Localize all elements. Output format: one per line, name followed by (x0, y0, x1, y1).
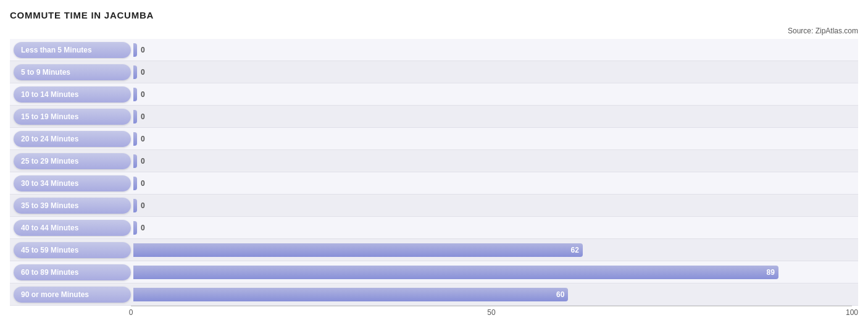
bar-fill: 62 (133, 243, 583, 257)
bar-fill: 60 (133, 288, 568, 301)
bar-label: 15 to 19 Minutes (14, 109, 131, 125)
bar-fill: 89 (133, 266, 778, 279)
bar-value-zero: 0 (141, 201, 145, 210)
bar-area: 0 (131, 39, 858, 61)
bar-fill (133, 154, 137, 168)
bar-row: 60 to 89 Minutes89 (10, 261, 858, 283)
bar-label: 60 to 89 Minutes (14, 264, 131, 280)
bar-fill (133, 110, 137, 124)
bar-row: 40 to 44 Minutes0 (10, 217, 858, 239)
bar-value-zero: 0 (141, 90, 145, 99)
bar-value-zero: 0 (141, 46, 145, 54)
bar-value-zero: 0 (141, 224, 145, 232)
bar-row: 15 to 19 Minutes0 (10, 106, 858, 128)
x-axis-tick: 100 (846, 308, 858, 317)
source-label: Source: ZipAtlas.com (10, 27, 858, 35)
bar-value: 62 (571, 246, 579, 254)
bar-label: 90 or more Minutes (14, 287, 131, 303)
bar-label: 35 to 39 Minutes (14, 198, 131, 214)
bar-fill (133, 132, 137, 146)
bar-value-zero: 0 (141, 157, 145, 166)
bar-area: 0 (131, 128, 858, 149)
bar-label: 5 to 9 Minutes (14, 64, 131, 80)
chart-container: Less than 5 Minutes05 to 9 Minutes010 to… (10, 39, 858, 306)
bar-fill (133, 199, 137, 212)
bar-fill (133, 88, 137, 101)
bar-value-zero: 0 (141, 68, 145, 77)
bar-label: 20 to 24 Minutes (14, 131, 131, 147)
bar-row: 35 to 39 Minutes0 (10, 195, 858, 217)
bar-value-zero: 0 (141, 179, 145, 188)
bar-fill (133, 221, 137, 235)
bar-area: 0 (131, 172, 858, 194)
bar-row: 25 to 29 Minutes0 (10, 150, 858, 172)
bar-fill (133, 177, 137, 190)
bar-value-zero: 0 (141, 135, 145, 143)
bar-row: 20 to 24 Minutes0 (10, 128, 858, 150)
bar-label: Less than 5 Minutes (14, 42, 131, 58)
bar-area: 60 (131, 283, 858, 305)
bar-area: 0 (131, 61, 858, 83)
page-title: COMMUTE TIME IN JACUMBA (10, 10, 858, 20)
bar-area: 0 (131, 106, 858, 127)
bar-row: 10 to 14 Minutes0 (10, 83, 858, 106)
x-axis-tick: 0 (129, 308, 133, 317)
bar-row: 5 to 9 Minutes0 (10, 61, 858, 83)
bar-label: 10 to 14 Minutes (14, 86, 131, 103)
bar-row: 45 to 59 Minutes62 (10, 239, 858, 261)
bar-area: 0 (131, 83, 858, 105)
bar-row: 90 or more Minutes60 (10, 283, 858, 306)
bar-area: 0 (131, 150, 858, 172)
bar-area: 0 (131, 217, 858, 238)
bar-label: 25 to 29 Minutes (14, 153, 131, 169)
bar-fill (133, 65, 137, 79)
bar-area: 0 (131, 195, 858, 216)
bar-area: 62 (131, 239, 858, 261)
bar-area: 89 (131, 261, 858, 283)
bar-label: 30 to 34 Minutes (14, 175, 131, 191)
bar-row: Less than 5 Minutes0 (10, 39, 858, 61)
bar-label: 40 to 44 Minutes (14, 220, 131, 236)
bar-value-zero: 0 (141, 112, 145, 121)
bar-label: 45 to 59 Minutes (14, 242, 131, 258)
bar-fill (133, 43, 137, 57)
bar-row: 30 to 34 Minutes0 (10, 172, 858, 195)
bar-value: 60 (556, 290, 564, 299)
x-axis-tick: 50 (487, 308, 495, 317)
bar-value: 89 (767, 268, 775, 277)
